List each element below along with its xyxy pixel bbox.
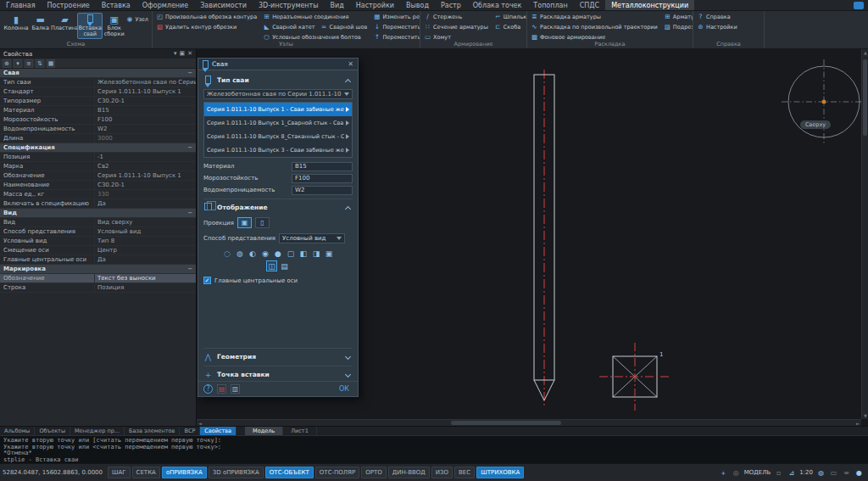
property-row[interactable]: Вид [0,209,196,218]
ribbon-tab[interactable]: Вид [325,0,350,10]
collapse-chevron-icon[interactable] [345,205,351,211]
property-value[interactable]: Да [95,256,196,263]
property-value[interactable]: С30.20-1 [95,182,196,188]
section-geometry[interactable]: ⋀ Геометрия [203,348,353,363]
sort-icon[interactable]: ⇅ [36,59,44,68]
property-value[interactable]: Св2 [95,163,196,170]
series-list-item[interactable]: Серия 1.011.1-10 Выпуск 1_Сварной стык -… [204,116,352,130]
property-row[interactable]: Смещение оси Центр [0,246,196,255]
rebar-mesh-button[interactable]: ⊞ Арматурная сетка [664,13,693,20]
dialog-close-icon[interactable]: ✕ [348,60,353,68]
field-input[interactable]: W2 [292,186,353,195]
property-row[interactable]: Обозначение Текст без выноски [0,274,196,283]
ribbon-tab[interactable]: 3D-инструменты [253,0,325,10]
trim-contour-button[interactable]: ◰ Произвольная обрезка контура [156,13,257,20]
property-row[interactable]: Условный вид Тип 8 [0,237,196,246]
vertical-scrollbar[interactable]: ▲ ▼ [861,49,868,419]
panel-tab[interactable]: База элементов [125,427,180,435]
property-value[interactable]: B15 [95,107,196,114]
field-input[interactable]: F100 [292,174,353,183]
status-toggle[interactable]: ОТС-ПОЛЯР [315,467,359,478]
property-value[interactable]: Позиция [95,284,196,291]
section-insertion-point[interactable]: + Точка вставки [203,366,353,381]
node-button[interactable]: ◉ Узел [125,15,148,23]
pin-button[interactable]: ⌐ Шпилька [494,13,527,20]
property-row[interactable]: Стандарт Серия 1.011.1-10 Выпуск 1 [0,87,196,97]
property-row[interactable]: Наименование С30.20-1 [0,181,196,190]
stirrup-button[interactable]: ▭ Хомут [424,33,488,41]
dock-icon[interactable]: ▾ [174,51,177,57]
help-icon[interactable]: ? [203,384,213,394]
annotation-scale[interactable]: 1:20 [799,469,813,476]
property-row[interactable]: Включать в спецификацию Да [0,199,196,209]
background-reinforcement-button[interactable]: ▩ Фоновое армирование [531,33,658,41]
rebar-section-button[interactable]: ∷ Сечение арматуры [424,23,488,31]
property-row[interactable]: Морозостойкость F100 [0,115,196,125]
layout-tab[interactable]: Модель [245,427,283,435]
property-row[interactable]: Спецификация [0,143,196,153]
plate-button[interactable]: ▰ Пластина [52,13,77,32]
collapse-chevron-icon[interactable] [345,78,351,84]
representation-style-icon[interactable]: ◐ [248,248,259,259]
property-row[interactable]: Длина 3000 [0,134,196,143]
property-value[interactable]: -1 [95,154,196,160]
status-toggle[interactable]: ОТС-ОБЪЕКТ [265,467,314,478]
rebar-layout-button[interactable]: ≣ Раскладка арматуры [531,13,658,20]
property-value[interactable]: Условный вид [95,228,196,235]
panel-tab[interactable]: ВСР [180,427,200,435]
weld-fillet-button[interactable]: ◣ Сварной катет [263,23,314,31]
expand-chevron-icon[interactable] [345,372,351,378]
drawing-area[interactable]: Сверху 1 Свая ✕ Тип сваи Железобетонна [197,49,868,426]
representation-style-icon[interactable]: ◨ [311,248,322,259]
ribbon-tab[interactable]: Облака точек [467,0,528,10]
layout-tab[interactable]: Лист1 [283,427,317,435]
close-icon[interactable]: ✕ [187,51,192,57]
delete-contour-button[interactable]: ▧ Удалить контур обрезки [156,23,257,31]
panel-tab[interactable]: Менеджер пр... [70,427,125,435]
property-value[interactable]: Да [95,200,196,207]
rigid-joints-button[interactable]: ⊞ Неразъемные соединения [263,13,367,20]
insert-piles-button[interactable]: Вставка свай [77,13,103,39]
overlap-mode-button[interactable]: ▦ Изменить режим перекрытия [373,13,420,20]
list-view-icon[interactable]: ▥ [231,384,240,394]
list-icon[interactable]: ≡ [842,468,851,478]
ribbon-tab[interactable]: Топоплан [527,0,573,10]
representation-style-icon[interactable]: ▢ [286,248,297,259]
view-label-badge[interactable]: Сверху [800,120,831,129]
select-objects-icon[interactable]: ⊕ [3,59,11,68]
grid-view-icon[interactable]: ▦ [47,59,55,68]
ribbon-tab[interactable]: Вывод [400,0,435,10]
property-row[interactable]: Способ представления Условный вид [0,227,196,237]
representation-style-icon[interactable]: ◫ [266,260,277,271]
settings-button[interactable]: ⊛ Настройки [697,23,760,31]
ribbon-tab[interactable]: Оформление [136,0,195,10]
command-line-panel[interactable]: Укажите вторую точку или [считать переме… [0,435,868,463]
ribbon-tab[interactable]: Главная [0,0,42,10]
ribbon-tab[interactable]: Построение [42,0,96,10]
status-toggle[interactable]: оПРИВЯЗКА [162,467,207,478]
property-row[interactable]: Типоразмер С30.20-1 [0,97,196,106]
property-value[interactable]: 330 [95,191,196,198]
ribbon-tab[interactable]: СПДС [574,0,605,10]
status-toggle[interactable]: 3D оПРИВЯЗКА [209,467,264,478]
property-value[interactable]: Серия 1.011.1-10 Выпуск 1 [95,172,196,179]
scroll-down-arrow[interactable]: ▼ [862,412,868,419]
status-toggle[interactable]: ВЕС [454,467,475,478]
mesh-trim-button[interactable]: ▨ Подрезка сеток [664,23,693,31]
status-toggle[interactable]: ОРТО [361,467,387,478]
bolt-symbols-button[interactable]: ○ Условные обозначения болтов [263,33,367,41]
status-toggle[interactable]: ШТРИХОВКА [476,467,524,478]
monitor-icon[interactable]: ▭ [829,468,838,478]
ribbon-tab[interactable]: Настройки [350,0,400,10]
property-row[interactable]: Главные центральные оси Да [0,255,196,265]
property-value[interactable]: Серия 1.011.1-10 Выпуск 1 [95,88,196,95]
move-up-button[interactable]: ↑ Переместить вверх [373,33,420,41]
property-row[interactable]: Строка Позиция [0,283,196,293]
column-button[interactable]: ▮ Колонна [3,13,29,32]
series-list-item[interactable]: Серия 1.011.1-10 Выпуск 3 - Сваи забивны… [204,143,352,157]
dialog-title-bar[interactable]: Свая ✕ [198,59,358,70]
property-value[interactable]: С30.20-1 [95,98,196,104]
lock-icon[interactable]: ▫ [774,468,783,478]
filter-icon[interactable]: ≡ [25,59,33,68]
projection-front-button[interactable]: ▯ [255,217,270,228]
